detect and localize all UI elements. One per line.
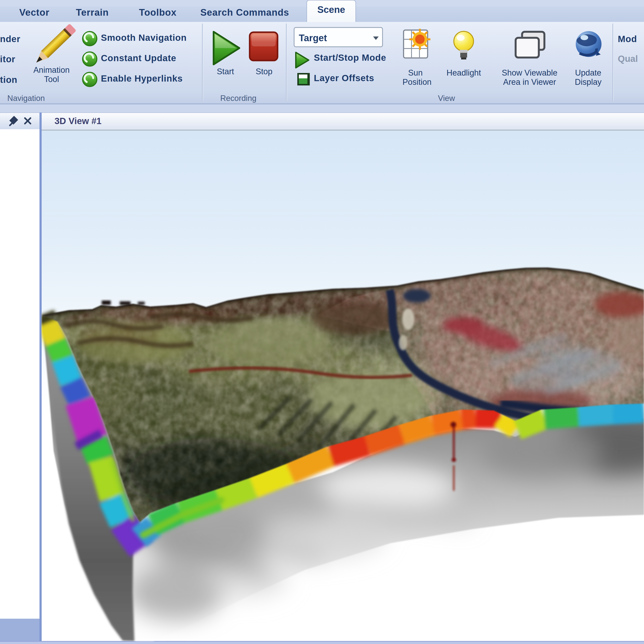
svg-text:Target: Target xyxy=(299,33,327,43)
